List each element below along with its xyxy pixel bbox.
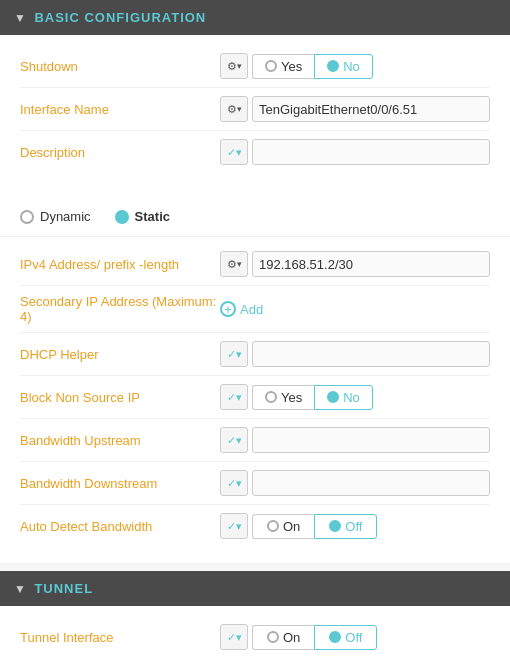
secondary-ip-row: Secondary IP Address (Maximum: 4) + Add: [20, 286, 490, 333]
block-yes-option[interactable]: Yes: [252, 385, 314, 410]
caret-icon8: ▾: [236, 477, 242, 490]
add-label: Add: [240, 302, 263, 317]
check-icon2: ✓: [227, 348, 236, 361]
shutdown-no-radio: [327, 60, 339, 72]
basic-config-section: Shutdown ⚙ ▾ Yes No Interface Name: [0, 35, 510, 189]
bandwidth-downstream-row: Bandwidth Downstream ✓ ▾: [20, 462, 490, 505]
block-toggle: Yes No: [252, 385, 373, 410]
tunnel-toggle: On Off: [252, 625, 377, 650]
tunnel-section: Tunnel Interface ✓ ▾ On Off: [0, 606, 510, 659]
caret-icon5: ▾: [236, 348, 242, 361]
dhcp-helper-control: ✓ ▾: [220, 341, 490, 367]
bw-down-icon-btn[interactable]: ✓ ▾: [220, 470, 248, 496]
ip-mode-section: Dynamic Static: [0, 197, 510, 237]
shutdown-yes-option[interactable]: Yes: [252, 54, 314, 79]
description-icon-btn[interactable]: ✓ ▾: [220, 139, 248, 165]
caret-icon9: ▾: [236, 520, 242, 533]
shutdown-icon-btn[interactable]: ⚙ ▾: [220, 53, 248, 79]
tunnel-title: TUNNEL: [34, 581, 93, 596]
secondary-ip-label: Secondary IP Address (Maximum: 4): [20, 294, 220, 324]
bandwidth-upstream-label: Bandwidth Upstream: [20, 433, 220, 448]
add-secondary-ip-btn[interactable]: + Add: [220, 301, 263, 317]
check-icon4: ✓: [227, 434, 236, 447]
description-label: Description: [20, 145, 220, 160]
block-no-radio: [327, 391, 339, 403]
block-non-source-control: ✓ ▾ Yes No: [220, 384, 490, 410]
dynamic-label: Dynamic: [40, 209, 91, 224]
ipv4-icon-btn[interactable]: ⚙ ▾: [220, 251, 248, 277]
auto-detect-on-option[interactable]: On: [252, 514, 314, 539]
plus-icon: +: [224, 303, 232, 316]
block-no-option[interactable]: No: [314, 385, 373, 410]
auto-detect-toggle: On Off: [252, 514, 377, 539]
tunnel-icon-btn[interactable]: ✓ ▾: [220, 624, 248, 650]
shutdown-no-label: No: [343, 59, 360, 74]
caret-icon2: ▾: [237, 104, 242, 114]
auto-on-radio: [267, 520, 279, 532]
ipv4-row: IPv4 Address/ prefix -length ⚙ ▾: [20, 243, 490, 286]
static-option[interactable]: Static: [115, 209, 170, 224]
gear-icon: ⚙: [227, 60, 237, 73]
dynamic-radio: [20, 210, 34, 224]
block-icon-btn[interactable]: ✓ ▾: [220, 384, 248, 410]
bw-up-icon-btn[interactable]: ✓ ▾: [220, 427, 248, 453]
shutdown-label: Shutdown: [20, 59, 220, 74]
caret-icon10: ▾: [236, 631, 242, 644]
description-control: ✓ ▾: [220, 139, 490, 165]
dhcp-helper-row: DHCP Helper ✓ ▾: [20, 333, 490, 376]
gear-icon2: ⚙: [227, 103, 237, 116]
interface-name-input[interactable]: [252, 96, 490, 122]
description-row: Description ✓ ▾: [20, 131, 490, 173]
shutdown-yes-radio: [265, 60, 277, 72]
caret-icon3: ▾: [236, 146, 242, 159]
static-radio: [115, 210, 129, 224]
ipv4-input[interactable]: [252, 251, 490, 277]
tunnel-off-label: Off: [345, 630, 362, 645]
interface-name-control: ⚙ ▾: [220, 96, 490, 122]
block-yes-label: Yes: [281, 390, 302, 405]
bandwidth-downstream-label: Bandwidth Downstream: [20, 476, 220, 491]
check-icon: ✓: [227, 146, 236, 159]
auto-off-radio: [329, 520, 341, 532]
check-icon6: ✓: [227, 520, 236, 533]
dhcp-icon-btn[interactable]: ✓ ▾: [220, 341, 248, 367]
chevron-icon: ▼: [14, 11, 26, 25]
caret-icon7: ▾: [236, 434, 242, 447]
auto-detect-control: ✓ ▾ On Off: [220, 513, 490, 539]
interface-name-row: Interface Name ⚙ ▾: [20, 88, 490, 131]
dhcp-helper-label: DHCP Helper: [20, 347, 220, 362]
shutdown-no-option[interactable]: No: [314, 54, 373, 79]
tunnel-on-option[interactable]: On: [252, 625, 314, 650]
block-yes-radio: [265, 391, 277, 403]
bandwidth-upstream-row: Bandwidth Upstream ✓ ▾: [20, 419, 490, 462]
tunnel-chevron-icon: ▼: [14, 582, 26, 596]
bandwidth-upstream-input[interactable]: [252, 427, 490, 453]
interface-name-label: Interface Name: [20, 102, 220, 117]
bandwidth-downstream-input[interactable]: [252, 470, 490, 496]
tunnel-off-option[interactable]: Off: [314, 625, 377, 650]
auto-detect-row: Auto Detect Bandwidth ✓ ▾ On Off: [20, 505, 490, 547]
auto-off-label: Off: [345, 519, 362, 534]
auto-detect-label: Auto Detect Bandwidth: [20, 519, 220, 534]
gear-icon3: ⚙: [227, 258, 237, 271]
tunnel-interface-label: Tunnel Interface: [20, 630, 220, 645]
interface-icon-btn[interactable]: ⚙ ▾: [220, 96, 248, 122]
tunnel-interface-row: Tunnel Interface ✓ ▾ On Off: [20, 616, 490, 658]
tunnel-on-label: On: [283, 630, 300, 645]
auto-detect-off-option[interactable]: Off: [314, 514, 377, 539]
bandwidth-downstream-control: ✓ ▾: [220, 470, 490, 496]
ipv4-control: ⚙ ▾: [220, 251, 490, 277]
check-icon3: ✓: [227, 391, 236, 404]
dhcp-helper-input[interactable]: [252, 341, 490, 367]
block-no-label: No: [343, 390, 360, 405]
caret-icon: ▾: [237, 61, 242, 71]
bandwidth-upstream-control: ✓ ▾: [220, 427, 490, 453]
dynamic-option[interactable]: Dynamic: [20, 209, 91, 224]
tunnel-header[interactable]: ▼ TUNNEL: [0, 571, 510, 606]
basic-config-header[interactable]: ▼ BASIC CONFIGURATION: [0, 0, 510, 35]
caret-icon6: ▾: [236, 391, 242, 404]
section-title: BASIC CONFIGURATION: [34, 10, 206, 25]
auto-detect-icon-btn[interactable]: ✓ ▾: [220, 513, 248, 539]
description-input[interactable]: [252, 139, 490, 165]
caret-icon4: ▾: [237, 259, 242, 269]
